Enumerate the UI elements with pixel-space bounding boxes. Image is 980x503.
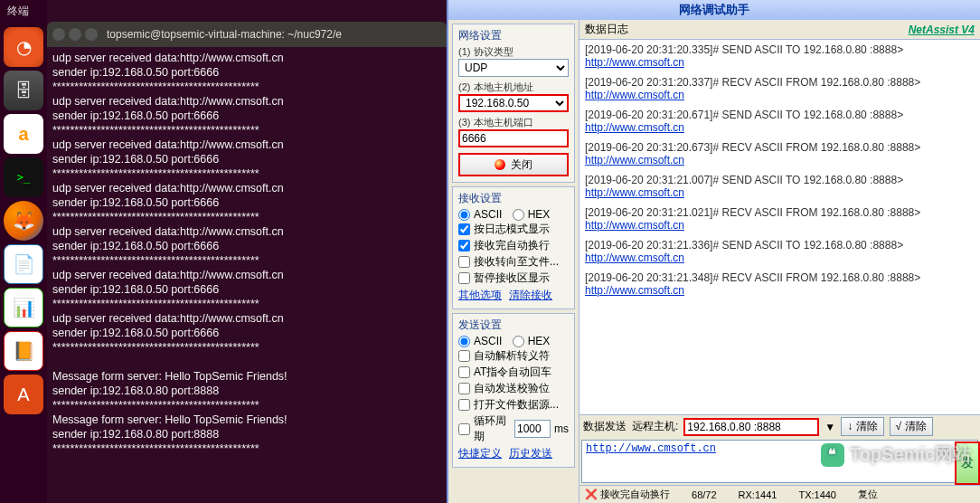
remote-host-input[interactable] <box>683 418 819 436</box>
send-button[interactable]: 发 <box>955 441 980 485</box>
host-label: (2) 本地主机地址 <box>458 81 569 94</box>
files-icon[interactable]: 🗄 <box>4 71 43 110</box>
status-rx: RX:1441 <box>739 489 777 500</box>
send-hex-radio[interactable] <box>513 336 524 347</box>
pause-check[interactable] <box>458 272 470 284</box>
recv-settings-group: 接收设置 ASCII HEX 按日志模式显示 接收完自动换行 接收转向至文件..… <box>452 186 575 309</box>
close-icon[interactable] <box>52 28 65 41</box>
close-connection-button[interactable]: 关闭 <box>458 153 569 176</box>
remote-label: 远程主机: <box>632 419 678 434</box>
clear-recv-link[interactable]: 清除接收 <box>509 288 552 303</box>
firefox-icon[interactable]: 🦊 <box>4 201 43 241</box>
ascii-radio[interactable] <box>458 209 470 221</box>
log-panel: 数据日志 NetAssist V4 [2019-06-20 20:31:20.3… <box>579 20 980 503</box>
autowrap-check[interactable] <box>458 240 470 252</box>
tofile-check[interactable] <box>458 256 470 268</box>
ubuntu-launcher: ◔ 🗄 a >_ 🦊 📄 📊 📙 A <box>0 0 47 503</box>
impress-icon[interactable]: 📙 <box>4 331 43 371</box>
filesrc-check[interactable] <box>458 399 470 411</box>
clear-button[interactable]: ↓ 清除 <box>841 417 883 436</box>
terminal-title: topsemic@topsemic-virtual-machine: ~/nuc… <box>107 28 342 41</box>
dropdown-icon[interactable]: ▼ <box>825 421 835 433</box>
writer-icon[interactable]: 📄 <box>4 244 43 284</box>
status-count: 68/72 <box>692 489 717 500</box>
port-label: (3) 本地主机端口 <box>458 116 569 129</box>
log-output[interactable]: [2019-06-20 20:31:20.335]# SEND ASCII TO… <box>580 40 980 414</box>
maximize-icon[interactable] <box>85 28 98 41</box>
send-ascii-radio[interactable] <box>458 336 470 347</box>
minimize-icon[interactable] <box>69 28 81 41</box>
terminal-window: topsemic@topsemic-virtual-machine: ~/nuc… <box>47 0 447 503</box>
logmode-check[interactable] <box>458 223 470 235</box>
send-settings-group: 发送设置 ASCII HEX 自动解析转义符 AT指令自动回车 自动发送校验位 … <box>452 313 575 468</box>
port-input[interactable] <box>458 129 569 147</box>
status-auto: 接收完自动换行 <box>600 489 670 499</box>
netassist-window: 网络调试助手 网络设置 (1) 协议类型 UDP (2) 本地主机地址 192.… <box>447 0 980 503</box>
terminal-output[interactable]: udp server received data:http://www.cmso… <box>47 47 447 460</box>
other-options-link[interactable]: 其他选项 <box>458 288 502 303</box>
protocol-select[interactable]: UDP <box>458 59 569 77</box>
calc-icon[interactable]: 📊 <box>4 288 43 327</box>
settings-panel: 网络设置 (1) 协议类型 UDP (2) 本地主机地址 192.168.0.5… <box>448 20 579 503</box>
host-select[interactable]: 192.168.0.50 <box>458 94 569 112</box>
status-reset[interactable]: 复位 <box>858 488 878 501</box>
group-title: 接收设置 <box>458 191 569 206</box>
record-icon <box>495 159 505 170</box>
software-center-icon[interactable]: A <box>4 375 43 414</box>
hex-radio[interactable] <box>513 209 524 221</box>
history-link[interactable]: 历史发送 <box>509 446 552 461</box>
terminal-icon[interactable]: >_ <box>4 157 43 197</box>
sendbar-title: 数据发送 <box>583 419 627 434</box>
terminal-titlebar[interactable]: topsemic@topsemic-virtual-machine: ~/nuc… <box>47 22 447 47</box>
escape-check[interactable] <box>458 350 470 362</box>
status-bar: ❌ 接收完自动换行 68/72 RX:1441 TX:1440 复位 <box>580 485 980 503</box>
send-textarea[interactable]: http://www.cmsoft.cn <box>581 440 978 483</box>
brand-link[interactable]: NetAssist V4 <box>909 24 975 36</box>
amazon-icon[interactable]: a <box>4 114 43 154</box>
group-title: 发送设置 <box>458 318 569 333</box>
proto-label: (1) 协议类型 <box>458 45 569 59</box>
ubuntu-dash-icon[interactable]: ◔ <box>4 27 43 67</box>
group-title: 网络设置 <box>458 28 569 43</box>
quickdef-link[interactable]: 快捷定义 <box>458 446 502 461</box>
status-tx: TX:1440 <box>798 489 836 500</box>
netassist-title[interactable]: 网络调试助手 <box>448 0 980 20</box>
cycle-check[interactable] <box>458 423 470 435</box>
atcr-check[interactable] <box>458 366 470 378</box>
checksum-check[interactable] <box>458 383 470 394</box>
clear-button-2[interactable]: √ 清除 <box>890 417 933 436</box>
log-title: 数据日志 <box>585 22 628 37</box>
network-settings-group: 网络设置 (1) 协议类型 UDP (2) 本地主机地址 192.168.0.5… <box>452 24 575 183</box>
cycle-input[interactable] <box>514 420 551 438</box>
